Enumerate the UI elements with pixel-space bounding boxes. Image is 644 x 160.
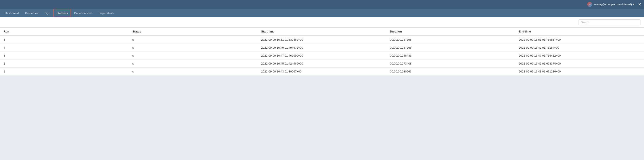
header-row: Run Status Start time Duration End time — [0, 28, 644, 36]
tab-dashboard[interactable]: Dashboard — [2, 9, 22, 17]
table-body: 5s2022-09-09 16:51:01.532462+0000:00:00.… — [0, 36, 644, 76]
table-row[interactable]: 5s2022-09-09 16:51:01.532462+0000:00:00.… — [0, 36, 644, 44]
table-row[interactable]: 4s2022-09-09 16:49:01.494572+0000:00:00.… — [0, 44, 644, 52]
tab-dependents[interactable]: Dependents — [96, 9, 117, 17]
cell-duration: 00:00:00.257268 — [386, 44, 515, 52]
search-input[interactable] — [578, 20, 640, 25]
user-label: sammy@example.com (internal) — [594, 3, 632, 6]
search-bar-row — [0, 17, 644, 28]
cell-start_time: 2022-09-09 16:51:01.532462+00 — [258, 36, 386, 44]
cell-end_time: 2022-09-09 16:43:01.671236+00 — [515, 68, 644, 76]
cell-end_time: 2022-09-09 16:45:01.698374+00 — [515, 60, 644, 68]
tab-dependencies[interactable]: Dependencies — [71, 9, 96, 17]
tab-statistics[interactable]: Statistics — [53, 9, 71, 17]
nav-tabs: DashboardPropertiesSQLStatisticsDependen… — [0, 9, 644, 17]
tab-sql[interactable]: SQL — [41, 9, 53, 17]
cell-status: s — [129, 60, 258, 68]
cell-status: s — [129, 44, 258, 52]
cell-end_time: 2022-09-09 16:47:01.716432+00 — [515, 52, 644, 60]
table-row[interactable]: 1s2022-09-09 16:43:01.39067+0000:00:00.2… — [0, 68, 644, 76]
col-header-start-time: Start time — [258, 28, 386, 36]
cell-status: s — [129, 36, 258, 44]
table-row[interactable]: 2s2022-09-09 16:45:01.424966+0000:00:00.… — [0, 60, 644, 68]
main-content: Run Status Start time Duration End time … — [0, 17, 644, 76]
cell-end_time: 2022-09-09 16:51:01.769857+00 — [515, 36, 644, 44]
col-header-run: Run — [0, 28, 129, 36]
cell-start_time: 2022-09-09 16:45:01.424966+00 — [258, 60, 386, 68]
cell-status: s — [129, 52, 258, 60]
cell-run: 2 — [0, 60, 129, 68]
chevron-down-icon: ▾ — [633, 3, 634, 6]
cell-run: 1 — [0, 68, 129, 76]
cell-start_time: 2022-09-09 16:43:01.39067+00 — [258, 68, 386, 76]
empty-area — [0, 76, 644, 160]
col-header-status: Status — [129, 28, 258, 36]
cell-run: 5 — [0, 36, 129, 44]
table-row[interactable]: 3s2022-09-09 16:47:01.467999+0000:00:00.… — [0, 52, 644, 60]
col-header-end-time: End time — [515, 28, 644, 36]
user-menu[interactable]: S sammy@example.com (internal) ▾ — [588, 2, 634, 7]
close-button[interactable]: ✕ — [638, 2, 641, 6]
user-avatar: S — [588, 2, 592, 7]
cell-end_time: 2022-09-09 16:49:01.75184+00 — [515, 44, 644, 52]
cell-run: 4 — [0, 44, 129, 52]
cell-status: s — [129, 68, 258, 76]
cell-duration: 00:00:00.248433 — [386, 52, 515, 60]
table-header: Run Status Start time Duration End time — [0, 28, 644, 36]
cell-duration: 00:00:00.237395 — [386, 36, 515, 44]
col-header-duration: Duration — [386, 28, 515, 36]
cell-start_time: 2022-09-09 16:49:01.494572+00 — [258, 44, 386, 52]
statistics-table: Run Status Start time Duration End time … — [0, 28, 644, 76]
cell-start_time: 2022-09-09 16:47:01.467999+00 — [258, 52, 386, 60]
cell-duration: 00:00:00.280566 — [386, 68, 515, 76]
cell-run: 3 — [0, 52, 129, 60]
cell-duration: 00:00:00.273408 — [386, 60, 515, 68]
tab-properties[interactable]: Properties — [22, 9, 41, 17]
top-bar: S sammy@example.com (internal) ▾ ✕ — [0, 0, 644, 9]
